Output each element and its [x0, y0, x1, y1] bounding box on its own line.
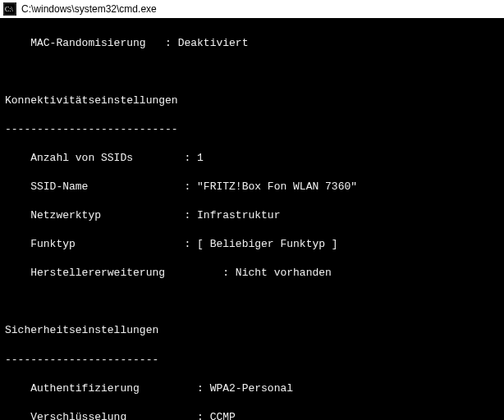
ssid-name-value: "FRITZ!Box Fon WLAN 7360" — [197, 180, 357, 193]
radio-type-label: Funktyp : — [5, 238, 197, 250]
auth1-label: Authentifizierung : — [5, 382, 210, 395]
connectivity-dashes: --------------------------- — [5, 122, 499, 137]
vendor-ext-label: Herstellererweiterung : — [5, 267, 236, 279]
ssid-name-label: SSID-Name : — [5, 180, 197, 193]
network-type-value: Infrastruktur — [197, 209, 280, 221]
security-header: Sicherheitseinstellungen — [5, 323, 499, 338]
security-dashes: ------------------------ — [5, 353, 499, 368]
mac-rand-label: MAC-Randomisierung : — [5, 37, 178, 49]
blank-line — [5, 294, 499, 309]
network-type-label: Netzwerktyp : — [5, 209, 197, 221]
connectivity-header: Konnektivitätseinstellungen — [5, 94, 499, 108]
ssid-count-value: 1 — [197, 152, 204, 164]
terminal-output[interactable]: MAC-Randomisierung : Deaktiviert Konnekt… — [0, 18, 504, 420]
cmd-icon: C:\ — [3, 2, 16, 16]
enc1-value: CCMP — [210, 411, 236, 420]
auth1-value: WPA2-Personal — [210, 382, 293, 395]
enc1-label: Verschlüsselung : — [5, 411, 210, 420]
blank-line — [5, 65, 499, 80]
vendor-ext-value: Nicht vorhanden — [236, 267, 332, 279]
ssid-count-label: Anzahl von SSIDs : — [5, 152, 197, 164]
window-title: C:\windows\system32\cmd.exe — [21, 3, 157, 15]
radio-type-value: [ Beliebiger Funktyp ] — [197, 238, 338, 250]
svg-text:C:\: C:\ — [5, 6, 14, 13]
mac-rand-value: Deaktiviert — [178, 37, 249, 49]
titlebar: C:\ C:\windows\system32\cmd.exe — [0, 0, 504, 18]
